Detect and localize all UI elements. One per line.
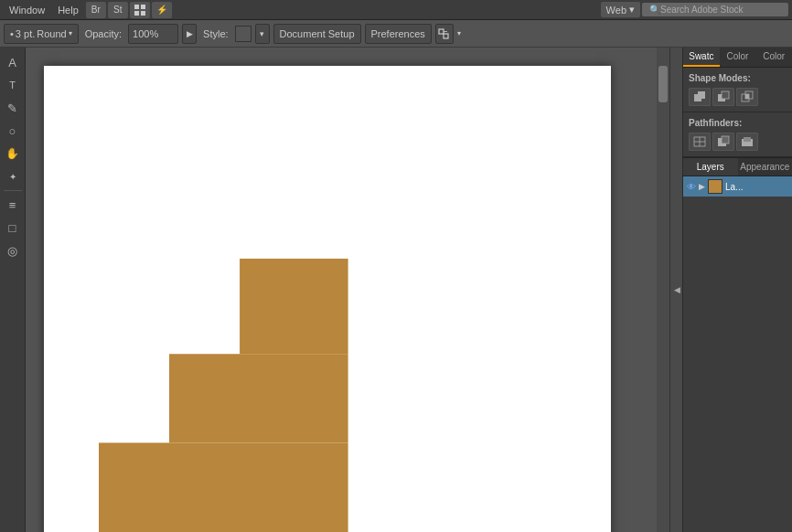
web-label: Web — [606, 5, 626, 16]
window-menu[interactable]: Window — [4, 3, 50, 17]
tool-select[interactable]: A — [2, 51, 24, 73]
stroke-preset[interactable]: • 3 pt. Round ▾ — [4, 24, 79, 44]
svg-rect-21 — [722, 136, 729, 144]
svg-rect-2 — [134, 11, 139, 16]
tools-panel: A T ✎ ○ ✋ ✦ ≡ □ ◎ — [0, 48, 26, 532]
svg-rect-5 — [444, 34, 448, 38]
pathfinder-trim[interactable] — [712, 133, 734, 151]
right-panel: Swatc Color Color Shape Modes: Pathfinde… — [682, 48, 792, 532]
svg-rect-16 — [745, 94, 749, 99]
style-expand[interactable]: ▾ — [255, 24, 270, 44]
svg-rect-4 — [439, 29, 444, 34]
style-swatch[interactable] — [235, 26, 252, 42]
transform-dropdown-arrow: ▾ — [457, 29, 461, 37]
tool-star[interactable]: ✦ — [2, 165, 24, 187]
tab-color-2[interactable]: Color — [755, 48, 792, 67]
shape-modes-row — [689, 88, 787, 106]
document-setup-button[interactable]: Document Setup — [273, 24, 361, 44]
layer-expand-arrow[interactable]: ▶ — [699, 182, 705, 191]
svg-rect-23 — [744, 137, 751, 142]
layer-visibility-icon[interactable]: 👁 — [687, 182, 696, 192]
artboard — [44, 66, 611, 532]
svg-rect-0 — [134, 5, 139, 9]
shape-mode-unite[interactable] — [689, 88, 711, 106]
stroke-type-value: Round — [37, 28, 66, 39]
stroke-dropdown-arrow: ▾ — [69, 29, 72, 37]
opacity-label: Opacity: — [82, 28, 124, 39]
help-menu[interactable]: Help — [52, 3, 84, 17]
dropdown-arrow: ▾ — [629, 4, 635, 16]
tab-layers[interactable]: Layers — [683, 158, 738, 176]
shape-mode-minus-front[interactable] — [712, 88, 734, 106]
opacity-input[interactable]: 100% — [128, 24, 178, 44]
tool-text[interactable]: T — [2, 74, 24, 96]
opacity-expand[interactable]: ▶ — [182, 24, 197, 44]
svg-rect-7 — [240, 259, 348, 354]
tool-gradient[interactable]: ◎ — [2, 239, 24, 261]
pathfinders-section: Pathfinders: — [683, 112, 792, 157]
style-label: Style: — [200, 28, 231, 39]
layers-tabs: Layers Appearance — [683, 157, 792, 176]
tool-shape[interactable]: ○ — [2, 120, 24, 142]
layer-thumbnail — [708, 179, 722, 194]
search-placeholder: Search Adobe Stock — [660, 5, 744, 15]
web-dropdown[interactable]: Web ▾ — [601, 2, 640, 17]
transform-icon-btn[interactable] — [435, 24, 454, 44]
staircase-shape — [99, 258, 391, 532]
stock-icon[interactable]: St — [108, 2, 128, 18]
shape-modes-title: Shape Modes: — [689, 73, 787, 83]
svg-rect-8 — [169, 354, 348, 442]
shape-mode-intersect[interactable] — [736, 88, 758, 106]
preferences-button[interactable]: Preferences — [365, 24, 432, 44]
tool-align[interactable]: ≡ — [2, 194, 24, 216]
pathfinder-merge[interactable] — [736, 133, 758, 151]
toolbar: • 3 pt. Round ▾ Opacity: 100% ▶ Style: ▾… — [0, 20, 792, 48]
tab-appearance[interactable]: Appearance — [738, 158, 793, 176]
lightning-icon[interactable]: ⚡ — [152, 2, 172, 18]
pathfinders-title: Pathfinders: — [689, 118, 787, 128]
panel-collapse-button[interactable]: ◀ — [669, 48, 682, 532]
layer-row[interactable]: 👁 ▶ La... — [683, 176, 792, 197]
opacity-value: 100% — [133, 28, 158, 39]
tab-swatches[interactable]: Swatc — [683, 48, 720, 67]
scroll-thumb[interactable] — [658, 66, 668, 102]
collapse-arrow: ◀ — [672, 285, 681, 294]
tool-pen[interactable]: ✎ — [2, 97, 24, 119]
tool-separator-1 — [4, 190, 22, 191]
bridge-icon[interactable]: Br — [86, 2, 106, 18]
color-panel-tabs: Swatc Color Color — [683, 48, 792, 68]
layer-name-label: La... — [725, 182, 743, 192]
canvas-area[interactable]: ◀ — [26, 48, 682, 532]
tab-color-1[interactable]: Color — [720, 48, 756, 67]
vertical-scrollbar[interactable] — [657, 48, 669, 532]
tool-hand[interactable]: ✋ — [2, 143, 24, 165]
menu-bar: Window Help Br St ⚡ Web ▾ 🔍 Search Adobe… — [0, 0, 792, 20]
svg-rect-9 — [99, 442, 348, 532]
svg-rect-11 — [698, 91, 705, 99]
pathfinders-row — [689, 133, 787, 151]
shape-modes-section: Shape Modes: — [683, 68, 792, 112]
main-layout: A T ✎ ○ ✋ ✦ ≡ □ ◎ ◀ — [0, 48, 792, 532]
search-bar[interactable]: 🔍 Search Adobe Stock — [642, 3, 788, 16]
svg-rect-3 — [141, 11, 145, 16]
svg-rect-1 — [141, 5, 145, 9]
grid-icon[interactable] — [130, 2, 150, 18]
tool-rect[interactable]: □ — [2, 217, 24, 239]
stroke-size-value: 3 pt. — [16, 28, 35, 39]
svg-rect-13 — [722, 91, 729, 99]
search-icon: 🔍 — [649, 5, 660, 15]
stroke-dot: • — [10, 28, 14, 39]
pathfinder-divide[interactable] — [689, 133, 711, 151]
